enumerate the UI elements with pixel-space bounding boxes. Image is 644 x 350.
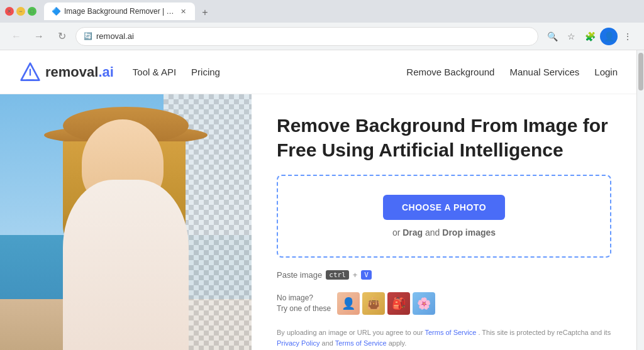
paste-label: Paste image xyxy=(277,270,322,280)
plus-sign: + xyxy=(353,270,358,280)
lock-icon: 🔄 xyxy=(84,32,92,40)
nav-tool-api[interactable]: Tool & API xyxy=(133,67,176,77)
scrollbar-thumb[interactable] xyxy=(638,53,643,90)
tos-middle: . This site is protected by reCaptcha an… xyxy=(478,329,611,336)
new-tab-button[interactable]: + xyxy=(197,5,213,20)
drop-bold: Drop images xyxy=(442,227,496,238)
sample-person-thumb[interactable]: 👤 xyxy=(337,292,360,315)
address-bar[interactable]: 🔄 removal.ai xyxy=(75,27,538,46)
menu-icon-btn[interactable]: ⋮ xyxy=(619,28,636,45)
tos-prefix: By uploading an image or URL you agree t… xyxy=(277,329,423,336)
nav-manual-services[interactable]: Manual Services xyxy=(509,67,579,77)
toolbar-icons: 🔍 ☆ 🧩 👤 ⋮ xyxy=(543,28,636,45)
bookmark-icon-btn[interactable]: ☆ xyxy=(562,28,580,45)
hero-title: Remove Background From Image for Free Us… xyxy=(277,113,611,162)
back-button[interactable]: ← xyxy=(8,28,25,45)
tab-bar: 🔷 Image Background Remover | R... ✕ + xyxy=(44,3,639,20)
profile-button[interactable]: 👤 xyxy=(600,28,618,45)
logo-text: removal.ai xyxy=(45,64,114,80)
search-icon-btn[interactable]: 🔍 xyxy=(543,28,561,45)
browser-content-wrapper: removal.ai Tool & API Pricing Remove Bac… xyxy=(0,50,644,350)
scrollbar[interactable] xyxy=(636,50,644,350)
sample-area: No image? Try one of these 👤 👜 🎒 🌸 xyxy=(277,292,611,315)
tab-favicon: 🔷 xyxy=(52,7,60,16)
browser-toolbar: ← → ↻ 🔄 removal.ai 🔍 ☆ 🧩 👤 ⋮ xyxy=(0,23,644,50)
minimize-button[interactable]: − xyxy=(16,7,25,16)
upload-area[interactable]: CHOOSE A PHOTO or Drag and Drop images xyxy=(277,175,611,258)
no-image-text: No image? xyxy=(277,293,331,304)
nav-pricing[interactable]: Pricing xyxy=(191,67,220,77)
sample-images: 👤 👜 🎒 🌸 xyxy=(337,292,435,315)
page-content: removal.ai Tool & API Pricing Remove Bac… xyxy=(0,50,636,350)
ctrl-key: ctrl xyxy=(326,270,349,280)
url-text: removal.ai xyxy=(96,31,134,41)
tab-close-icon[interactable]: ✕ xyxy=(179,6,187,17)
drag-bold: Drag xyxy=(402,227,423,238)
browser-frame: ✕ − □ 🔷 Image Background Remover | R... … xyxy=(0,0,644,350)
and-text: and xyxy=(425,227,440,238)
hero-image-area xyxy=(0,94,252,350)
logo-icon xyxy=(19,61,42,84)
active-tab[interactable]: 🔷 Image Background Remover | R... ✕ xyxy=(44,3,195,20)
tab-title: Image Background Remover | R... xyxy=(64,7,175,16)
tos-and: and xyxy=(322,339,333,347)
site-nav: removal.ai Tool & API Pricing Remove Bac… xyxy=(0,50,636,94)
hero-section: Remove Background From Image for Free Us… xyxy=(0,94,636,350)
maximize-button[interactable]: □ xyxy=(28,7,36,16)
sample-backpack-thumb[interactable]: 🎒 xyxy=(387,292,410,315)
tos-link1[interactable]: Terms of Service xyxy=(425,329,476,336)
hero-content: Remove Background From Image for Free Us… xyxy=(252,94,636,350)
choose-photo-button[interactable]: CHOOSE A PHOTO xyxy=(383,195,505,220)
sample-bag-thumb[interactable]: 👜 xyxy=(362,292,385,315)
hero-illustration xyxy=(0,94,252,350)
logo-area[interactable]: removal.ai xyxy=(19,61,114,84)
nav-remove-background[interactable]: Remove Background xyxy=(406,67,494,77)
woman-figure xyxy=(44,107,208,350)
tos-link3[interactable]: Terms of Service xyxy=(335,339,387,347)
sample-text: No image? Try one of these xyxy=(277,293,331,314)
or-text: or xyxy=(392,227,400,238)
shirt xyxy=(63,180,189,350)
browser-titlebar: ✕ − □ 🔷 Image Background Remover | R... … xyxy=(0,0,644,23)
window-controls: ✕ − □ xyxy=(5,7,36,16)
paste-area: Paste image ctrl + V xyxy=(277,270,611,280)
sample-flower-thumb[interactable]: 🌸 xyxy=(413,292,435,315)
tos-text: By uploading an image or URL you agree t… xyxy=(277,327,611,348)
nav-left: Tool & API Pricing xyxy=(133,67,220,77)
refresh-button[interactable]: ↻ xyxy=(53,28,70,45)
nav-login[interactable]: Login xyxy=(594,67,618,77)
tos-link2[interactable]: Privacy Policy xyxy=(277,339,319,347)
v-key: V xyxy=(361,270,372,280)
close-button[interactable]: ✕ xyxy=(5,7,14,16)
try-these-text: Try one of these xyxy=(277,304,331,314)
forward-button[interactable]: → xyxy=(30,28,48,45)
nav-right: Remove Background Manual Services Login xyxy=(406,67,618,77)
website: removal.ai Tool & API Pricing Remove Bac… xyxy=(0,50,636,350)
drag-drop-text: or Drag and Drop images xyxy=(392,227,496,238)
tos-end: apply. xyxy=(389,339,407,347)
extensions-icon-btn[interactable]: 🧩 xyxy=(581,28,599,45)
